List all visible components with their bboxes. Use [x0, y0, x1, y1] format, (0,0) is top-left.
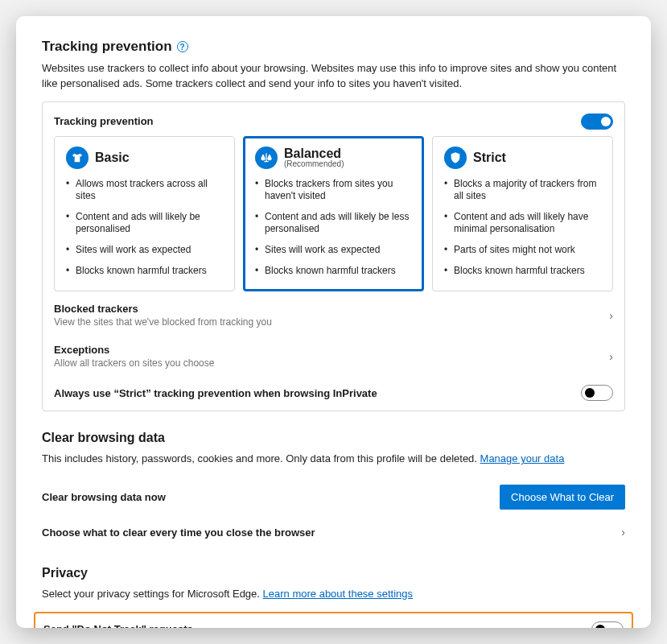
list-item: Blocks known harmful trackers [444, 261, 601, 282]
blocked-trackers-row[interactable]: Blocked trackers View the sites that we'… [54, 295, 613, 336]
tier-balanced-sub: (Recommended) [284, 159, 344, 168]
list-item: Blocks known harmful trackers [66, 261, 223, 282]
list-item: Blocks a majority of trackers from all s… [444, 174, 601, 207]
tier-strict-bullets: Blocks a majority of trackers from all s… [444, 174, 601, 282]
tracking-desc: Websites use trackers to collect info ab… [42, 61, 625, 92]
list-item: Sites will work as expected [66, 240, 223, 261]
exceptions-title: Exceptions [54, 344, 214, 356]
scale-icon [255, 147, 278, 169]
list-item: Blocks trackers from sites you haven't v… [255, 174, 412, 207]
clear-heading: Clear browsing data [42, 431, 625, 445]
chevron-right-icon: › [621, 526, 625, 539]
blocked-sub: View the sites that we've blocked from t… [54, 316, 272, 328]
chevron-right-icon: › [609, 350, 613, 363]
list-item: Blocks known harmful trackers [255, 261, 412, 282]
privacy-desc-text: Select your privacy settings for Microso… [42, 588, 263, 600]
tracking-toggle[interactable] [581, 114, 613, 130]
choose-what-to-clear-button[interactable]: Choose What to Clear [500, 485, 625, 510]
list-item: Parts of sites might not work [444, 240, 601, 261]
tier-basic-title: Basic [95, 151, 130, 165]
dnt-label: Send "Do Not Track" requests [43, 623, 193, 628]
settings-panel: Tracking prevention ? Websites use track… [16, 16, 651, 628]
tier-row: Basic Allows most trackers across all si… [54, 136, 613, 292]
strict-inprivate-toggle[interactable] [581, 385, 613, 401]
tracking-card: Tracking prevention Basic Allows most tr… [42, 101, 625, 412]
blocked-title: Blocked trackers [54, 303, 272, 315]
list-item: Allows most trackers across all sites [66, 174, 223, 207]
exceptions-sub: Allow all trackers on sites you choose [54, 357, 214, 369]
clear-every-time-row[interactable]: Choose what to clear every time you clos… [42, 518, 625, 547]
tracking-heading: Tracking prevention ? [42, 39, 625, 55]
dnt-row: Send "Do Not Track" requests [42, 617, 625, 628]
strict-inprivate-label: Always use “Strict” tracking prevention … [54, 387, 377, 399]
list-item: Sites will work as expected [255, 240, 412, 261]
privacy-desc: Select your privacy settings for Microso… [42, 587, 625, 602]
dnt-highlight: Send "Do Not Track" requests [34, 612, 633, 628]
tier-strict[interactable]: Strict Blocks a majority of trackers fro… [432, 136, 613, 292]
list-item: Content and ads will likely have minimal… [444, 207, 601, 240]
tier-balanced[interactable]: Balanced (Recommended) Blocks trackers f… [243, 136, 424, 292]
tier-balanced-bullets: Blocks trackers from sites you haven't v… [255, 174, 412, 282]
help-icon[interactable]: ? [177, 41, 188, 52]
tier-strict-title: Strict [473, 151, 506, 165]
tshirt-icon [66, 147, 89, 169]
learn-more-link[interactable]: Learn more about these settings [263, 588, 413, 600]
manage-data-link[interactable]: Manage your data [480, 452, 565, 464]
clear-desc-text: This includes history, passwords, cookie… [42, 452, 480, 464]
privacy-heading: Privacy [42, 566, 625, 580]
tracking-heading-text: Tracking prevention [42, 39, 172, 55]
chevron-right-icon: › [609, 309, 613, 322]
dnt-toggle[interactable] [591, 621, 624, 628]
exceptions-row[interactable]: Exceptions Allow all trackers on sites y… [54, 336, 613, 377]
tracking-toggle-row: Tracking prevention [54, 110, 613, 136]
strict-inprivate-row: Always use “Strict” tracking prevention … [54, 377, 613, 404]
tier-basic[interactable]: Basic Allows most trackers across all si… [54, 136, 235, 292]
clear-every-time-label: Choose what to clear every time you clos… [42, 526, 315, 539]
list-item: Content and ads will likely be personali… [66, 207, 223, 240]
shield-icon [444, 147, 467, 169]
clear-now-row: Clear browsing data now Choose What to C… [42, 477, 625, 518]
clear-now-label: Clear browsing data now [42, 491, 166, 503]
list-item: Content and ads will likely be less pers… [255, 207, 412, 240]
tier-basic-bullets: Allows most trackers across all sites Co… [66, 174, 223, 282]
clear-desc: This includes history, passwords, cookie… [42, 452, 625, 467]
tracking-toggle-label: Tracking prevention [54, 115, 154, 127]
